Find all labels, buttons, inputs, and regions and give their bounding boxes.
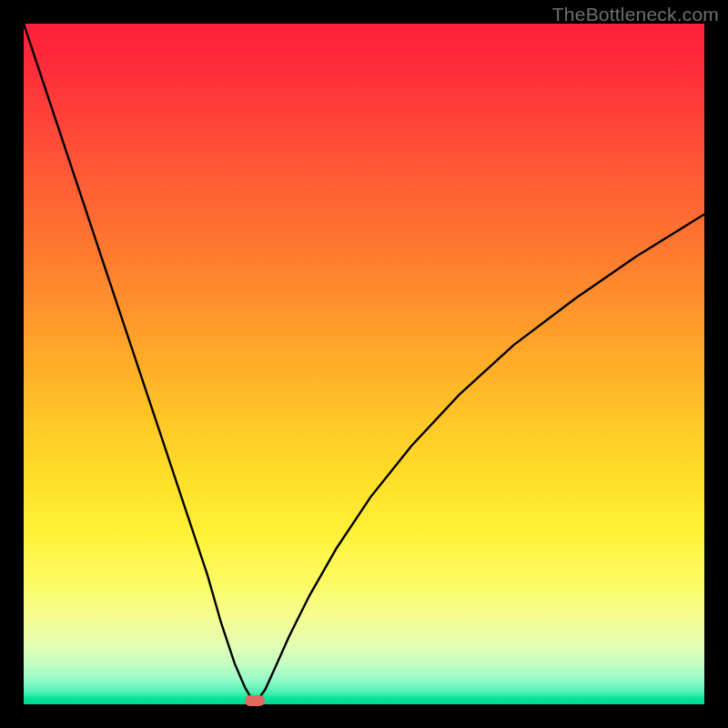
optimal-marker [245,695,265,706]
plot-area [24,24,704,704]
chart-frame: TheBottleneck.com [0,0,728,728]
curve-svg [24,24,704,704]
bottleneck-curve [24,24,704,702]
attribution-label: TheBottleneck.com [552,4,719,25]
